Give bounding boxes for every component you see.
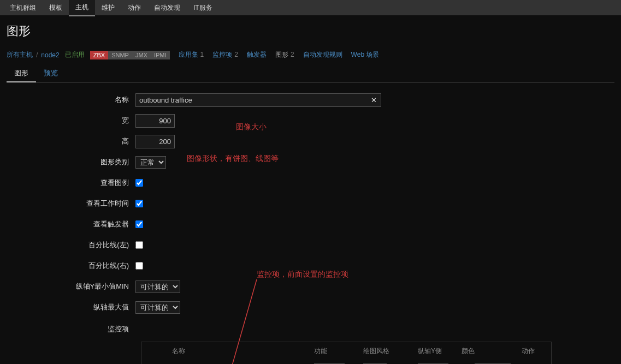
ymax-select[interactable]: 可计算的 [135,301,180,314]
label-trigger: 查看触发器 [0,219,135,229]
items-header-fn: 功能 [314,347,363,356]
link-web[interactable]: Web 场景 [351,50,380,59]
legend-checkbox[interactable] [135,179,143,187]
items-header-draw: 绘图风格 [363,347,418,356]
topnav-maintenance[interactable]: 维护 [95,0,121,16]
label-name: 名称 [0,95,135,105]
badge-snmp: SNMP [108,51,132,59]
badge-ipmi: IPMI [151,51,170,59]
link-applications[interactable]: 应用集1 [179,50,204,59]
label-pctleft: 百分比线(左) [0,240,135,250]
topnav-templates[interactable]: 模板 [43,0,69,16]
items-section: 名称 功能 绘图风格 纵轴Y侧 颜色 动作 ⋮⋮ 1: node2: outbo… [141,342,552,364]
name-input[interactable] [135,93,381,107]
topnav-hostgroups[interactable]: 主机群组 [3,0,43,16]
item-row: ⋮⋮ 1: node2: outbound traffice 平均 线 左侧 移… [141,360,551,364]
items-header-y: 纵轴Y侧 [418,347,462,356]
label-type: 图形类别 [0,157,135,167]
label-pctright: 百分比线(右) [0,261,135,271]
height-input[interactable] [135,135,175,148]
trigger-checkbox[interactable] [135,220,143,228]
link-graphs[interactable]: 图形2 [275,50,294,59]
type-select[interactable]: 正常 [135,156,166,169]
topnav-discovery[interactable]: 自动发现 [147,0,187,16]
host-enabled-label: 已启用 [65,50,85,59]
link-triggers[interactable]: 触发器 [247,50,267,59]
label-width: 宽 [0,116,135,126]
pctright-checkbox[interactable] [135,262,143,270]
items-header: 名称 功能 绘图风格 纵轴Y侧 颜色 动作 [141,342,551,360]
tab-preview[interactable]: 预览 [36,65,66,82]
items-header-act: 动作 [522,347,543,356]
worktime-checkbox[interactable] [135,200,143,207]
items-header-color: 颜色 [462,347,522,356]
form-tabs: 图形 预览 [7,65,614,83]
link-discovery[interactable]: 自动发现规则 [303,50,342,59]
label-worktime: 查看工作时间 [0,199,135,208]
badge-zbx: ZBX [90,51,108,59]
ymin-select[interactable]: 可计算的 [135,281,180,293]
breadcrumb-host[interactable]: node2 [41,51,59,59]
topnav-hosts[interactable]: 主机 [69,0,95,16]
breadcrumb-all-hosts[interactable]: 所有主机 [7,50,33,59]
label-height: 高 [0,136,135,146]
host-subnav: 所有主机 / node2 已启用 ZBX SNMP JMX IPMI 应用集1 … [0,47,621,63]
clear-name-icon[interactable]: ✕ [371,96,377,104]
label-legend: 查看图例 [0,178,135,188]
badge-jmx: JMX [132,51,151,59]
breadcrumb-sep: / [36,51,38,59]
top-nav: 主机群组 模板 主机 维护 动作 自动发现 IT服务 [0,0,621,15]
annotation-size: 图像大小 [236,122,267,132]
width-input[interactable] [135,114,175,128]
label-items: 监控项 [0,321,135,334]
annotation-items: 监控项，前面设置的监控项 [257,270,348,279]
page-title: 图形 [0,15,621,47]
graph-form: 图像名称 图像大小 图像形状，有饼图、线图等 监控项，前面设置的监控项 名称 ✕… [0,83,621,364]
pctleft-checkbox[interactable] [135,241,143,249]
label-ymax: 纵轴最大值 [0,302,135,312]
tab-graph[interactable]: 图形 [7,65,36,82]
topnav-actions[interactable]: 动作 [121,0,147,16]
annotation-type: 图像形状，有饼图、线图等 [187,154,279,164]
label-ymin: 纵轴Y最小值MIN [0,282,135,291]
link-items[interactable]: 监控项2 [212,50,238,59]
topnav-itservices[interactable]: IT服务 [187,0,219,16]
items-header-name: 名称 [172,347,314,356]
